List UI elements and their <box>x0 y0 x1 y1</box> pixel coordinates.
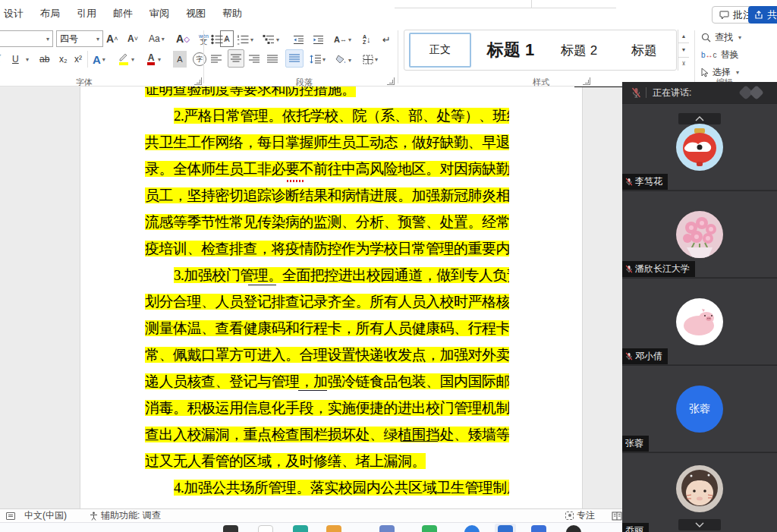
font-size-combo[interactable]: 四号▾ <box>56 30 103 47</box>
avatar <box>676 211 723 258</box>
gallery-expand[interactable]: ⊻ <box>678 58 689 71</box>
italic-button[interactable]: I <box>0 51 1 68</box>
search-icon <box>701 33 711 42</box>
taskbar-app-icon[interactable] <box>326 525 341 532</box>
style-heading2[interactable]: 标题 2 <box>549 33 609 68</box>
underline-button[interactable]: U <box>12 51 19 68</box>
accessibility-status[interactable]: 辅助功能: 调查 <box>90 509 161 522</box>
line-spacing-button[interactable]: ▾ <box>310 51 326 68</box>
increase-indent-button[interactable] <box>313 31 324 48</box>
document-line: 录。全体师生员工非必要不前往中高风险地区。对因病缺勤缺课师生 <box>145 156 509 182</box>
taskbar-app-icon[interactable] <box>531 525 546 532</box>
participant-tile[interactable]: 张蓉 张蓉 <box>622 365 777 452</box>
style-normal[interactable]: 正文 <box>409 33 471 68</box>
highlight-color-button[interactable]: ▾ <box>118 51 134 68</box>
grow-font-button[interactable]: A˄ <box>106 30 118 47</box>
paragraph-dialog-launcher[interactable] <box>387 77 395 85</box>
participant-name: 乔丽 <box>625 524 643 532</box>
strikethrough-button[interactable]: ab <box>39 51 49 68</box>
taskbar-app-icon[interactable] <box>293 525 308 532</box>
document-page[interactable]: 证明查验制度等要求和防控措施。 2.严格日常管理。依托学校、院（系、部、处等）、… <box>80 87 583 508</box>
font-color-button[interactable]: A▾ <box>146 51 161 68</box>
taskbar-active-app[interactable] <box>495 524 516 532</box>
replace-button[interactable]: b↔c 替换 <box>701 49 739 61</box>
underline-menu[interactable]: ▾ <box>24 51 29 68</box>
change-case-button[interactable]: Aa▾ <box>149 30 165 47</box>
document-line: 证明查验制度等要求和防控措施。 <box>145 87 509 102</box>
tab-review[interactable]: 审阅 <box>149 5 170 22</box>
align-center-button[interactable] <box>228 49 244 68</box>
gallery-scroll-up[interactable]: ▲ <box>678 30 689 43</box>
tab-layout[interactable]: 布局 <box>39 5 61 22</box>
participant-tile[interactable]: 李笃花 <box>622 103 777 190</box>
outdent-icon <box>293 35 304 45</box>
taskbar-app-icon[interactable] <box>379 525 395 532</box>
align-right-button[interactable] <box>249 51 260 68</box>
styles-dialog-launcher[interactable] <box>583 77 590 85</box>
scroll-up-button[interactable] <box>678 113 721 124</box>
paint-bucket-icon <box>335 55 347 65</box>
share-icon <box>754 11 763 20</box>
participant-tile[interactable]: 邓小倩 <box>622 278 777 364</box>
font-dialog-launcher[interactable] <box>194 77 202 85</box>
distribute-button[interactable] <box>285 49 304 68</box>
taskbar-app-icon[interactable] <box>223 525 238 532</box>
tab-references[interactable]: 引用 <box>76 5 97 22</box>
highlight-color-swatch <box>119 62 128 65</box>
taskbar-app-icon[interactable] <box>566 525 581 532</box>
divider <box>87 51 88 68</box>
style-title[interactable]: 标题 <box>614 33 675 68</box>
bullet-list-icon <box>211 34 223 45</box>
sort-button[interactable]: AZ↓ <box>363 31 371 48</box>
chevron-down-icon: ▾ <box>96 36 99 42</box>
enclose-characters-button[interactable]: 字 <box>193 52 206 66</box>
tab-design[interactable]: 设计 <box>3 5 24 22</box>
document-text: 证明查验制度等要求和防控措施。 2.严格日常管理。依托学校、院（系、部、处等）、… <box>145 87 509 508</box>
focus-label: 专注 <box>577 509 595 522</box>
borders-button[interactable]: ▾ <box>363 51 378 68</box>
asian-layout-button[interactable]: A↔▾ <box>334 31 351 48</box>
shading-button[interactable]: ▾ <box>335 51 351 68</box>
justify-icon <box>267 55 278 64</box>
focus-mode-button[interactable]: 专注 <box>565 509 595 522</box>
show-marks-button[interactable]: ↵ <box>382 31 391 48</box>
shrink-font-button[interactable]: A˅ <box>127 30 138 47</box>
tab-help[interactable]: 帮助 <box>222 5 243 22</box>
align-left-icon <box>211 55 222 64</box>
bullets-button[interactable]: ▾ <box>211 31 228 48</box>
decrease-indent-button[interactable] <box>293 31 304 48</box>
scroll-down-button[interactable] <box>678 519 721 530</box>
align-right-icon <box>249 55 260 64</box>
numbering-button[interactable]: ▾ <box>237 31 253 48</box>
proofing-status[interactable] <box>6 509 15 522</box>
mic-muted-icon <box>625 178 633 186</box>
language-status[interactable]: 中文(中国) <box>24 509 67 522</box>
view-mode-button[interactable] <box>612 509 622 522</box>
taskbar-app-icon[interactable] <box>422 525 437 532</box>
tab-view[interactable]: 视图 <box>185 5 206 22</box>
character-shading-button[interactable]: A <box>173 51 187 68</box>
taskbar-app-icon[interactable] <box>464 525 480 532</box>
superscript-button[interactable]: x² <box>74 51 82 68</box>
participant-tile[interactable]: 乔丽 <box>622 452 777 532</box>
participant-name: 潘欣长江大学 <box>635 263 690 275</box>
participant-tile[interactable]: 潘欣长江大学 <box>622 190 777 277</box>
taskbar-app-icon[interactable] <box>258 525 273 532</box>
tab-mailings[interactable]: 邮件 <box>112 5 134 22</box>
font-name-combo[interactable]: 宋▾ <box>0 30 53 47</box>
line-spacing-icon <box>310 55 321 64</box>
text-effects-button[interactable]: A▾ <box>93 51 105 68</box>
meeting-panel: 正在讲话: 李笃花 潘欣长江大学 <box>622 82 777 532</box>
avatar <box>676 465 723 512</box>
find-button[interactable]: 查找▾ <box>701 31 741 44</box>
gallery-scroll-down[interactable]: ▼ <box>678 43 689 57</box>
align-left-button[interactable] <box>211 51 222 68</box>
styles-gallery: 正文 标题 1 标题 2 标题 <box>404 30 677 71</box>
justify-button[interactable] <box>267 51 278 68</box>
multilevel-list-button[interactable]: ▾ <box>263 31 279 48</box>
share-button[interactable]: 共享 <box>748 6 777 24</box>
style-heading1[interactable]: 标题 1 <box>477 33 544 68</box>
numbered-list-icon <box>237 34 249 45</box>
clear-formatting-button[interactable]: A◇ <box>176 30 190 47</box>
subscript-button[interactable]: x₂ <box>59 51 68 68</box>
